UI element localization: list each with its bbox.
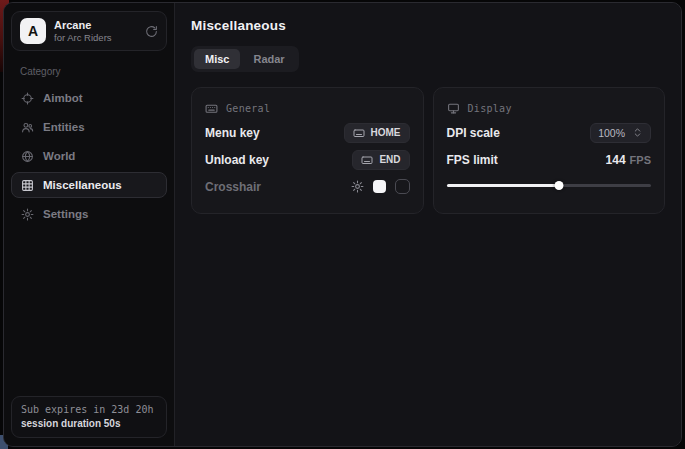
monitor-icon (447, 102, 460, 115)
fps-limit-label: FPS limit (447, 153, 498, 167)
crosshair-settings-gear-icon[interactable] (351, 180, 364, 193)
sidebar-item-settings[interactable]: Settings (11, 201, 167, 227)
keyboard-icon (353, 127, 365, 139)
sidebar-item-aimbot[interactable]: Aimbot (11, 85, 167, 111)
menu-key-button[interactable]: HOME (344, 123, 410, 143)
keyboard-icon (361, 154, 373, 166)
fps-number: 144 (606, 153, 626, 167)
menu-key-value: HOME (371, 127, 401, 138)
menu-key-row: Menu key HOME (205, 119, 410, 146)
sub-expiry-text: Sub expires in 23d 20h (21, 404, 157, 415)
fps-limit-value: 144 FPS (606, 153, 651, 167)
sidebar-nav: Aimbot Entities World (11, 85, 167, 227)
sidebar-item-miscellaneous[interactable]: Miscellaneous (11, 172, 167, 198)
crosshair-enable-checkbox[interactable] (395, 179, 410, 194)
crosshair-row: Crosshair (205, 173, 410, 200)
crosshair-controls (351, 179, 410, 194)
display-card-title: Display (468, 103, 512, 114)
app-window: A Arcane for Arc Riders Category Aimbot (3, 2, 682, 447)
unload-key-button[interactable]: END (352, 150, 409, 170)
general-card: General Menu key HOME Unload key (191, 87, 424, 214)
display-card-header: Display (447, 97, 652, 119)
main-content: Miscellaneous Misc Radar General Menu ke… (175, 3, 681, 446)
keyboard-icon (205, 102, 218, 115)
settings-cards: General Menu key HOME Unload key (191, 87, 665, 214)
crosshair-color-swatch[interactable] (373, 180, 386, 193)
sidebar-item-entities[interactable]: Entities (11, 114, 167, 140)
chevrons-up-down-icon (632, 127, 643, 138)
general-card-header: General (205, 97, 410, 119)
sidebar-item-label: Entities (43, 121, 85, 133)
session-duration-text: session duration 50s (21, 418, 157, 429)
sidebar: A Arcane for Arc Riders Category Aimbot (4, 3, 175, 446)
grid-icon (21, 179, 34, 192)
sidebar-item-label: Settings (43, 208, 88, 220)
app-subtitle: for Arc Riders (54, 32, 112, 43)
unload-key-value: END (379, 154, 400, 165)
dpi-scale-row: DPI scale 100% (447, 119, 652, 146)
sidebar-item-label: World (43, 150, 75, 162)
general-card-title: General (226, 103, 270, 114)
sidebar-item-label: Miscellaneous (43, 179, 122, 191)
subscription-card: Sub expires in 23d 20h session duration … (11, 396, 167, 438)
dpi-scale-label: DPI scale (447, 126, 500, 140)
unload-key-row: Unload key END (205, 146, 410, 173)
app-logo-text: Arcane for Arc Riders (54, 19, 112, 43)
app-title: Arcane (54, 19, 112, 31)
gear-icon (21, 208, 34, 221)
app-logo-card: A Arcane for Arc Riders (11, 11, 167, 51)
app-logo: A (20, 18, 46, 44)
screen: A Arcane for Arc Riders Category Aimbot (0, 0, 685, 449)
tab-misc[interactable]: Misc (194, 49, 240, 69)
display-card: Display DPI scale 100% FPS limit (433, 87, 666, 214)
fps-limit-row: FPS limit 144 FPS (447, 146, 652, 173)
unload-key-label: Unload key (205, 153, 269, 167)
entities-icon (21, 121, 34, 134)
globe-icon (21, 150, 34, 163)
tab-bar: Misc Radar (191, 46, 299, 72)
crosshair-label: Crosshair (205, 180, 261, 194)
refresh-icon[interactable] (145, 25, 158, 38)
tab-radar[interactable]: Radar (242, 49, 295, 69)
dpi-scale-select[interactable]: 100% (590, 123, 651, 143)
slider-thumb[interactable] (554, 181, 563, 190)
dpi-scale-value: 100% (598, 127, 625, 139)
menu-key-label: Menu key (205, 126, 260, 140)
crosshair-icon (21, 92, 34, 105)
fps-unit: FPS (630, 154, 651, 166)
slider-fill (447, 184, 559, 187)
category-label: Category (20, 66, 158, 77)
fps-limit-slider[interactable] (447, 180, 652, 191)
page-title: Miscellaneous (191, 18, 665, 33)
sidebar-item-label: Aimbot (43, 92, 83, 104)
sidebar-item-world[interactable]: World (11, 143, 167, 169)
